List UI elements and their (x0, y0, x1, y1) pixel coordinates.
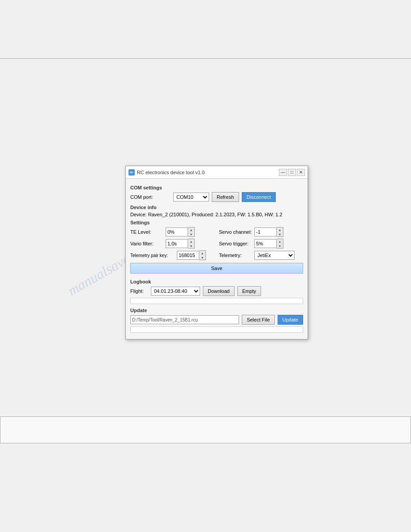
flight-select[interactable]: 04.01.23-08:40 03.01.23-14:20 02.01.23-0… (151, 287, 200, 296)
logbook-progress-bar (130, 298, 303, 304)
te-level-row: TE Level: ▲ ▼ (130, 227, 214, 237)
refresh-button[interactable]: Refresh (212, 192, 239, 202)
app-icon: RC (128, 169, 135, 176)
vario-filter-spinner: ▲ ▼ (188, 239, 195, 249)
settings-grid: TE Level: ▲ ▼ Servo channel: ▲ ▼ (130, 227, 303, 260)
settings-section-label: Settings (130, 220, 303, 225)
update-row: Select File Update (130, 315, 303, 325)
update-file-path[interactable] (130, 315, 239, 324)
com-settings-section-label: COM settings (130, 185, 303, 190)
title-bar-left: RC RC electronics device tool v1.0 (128, 169, 205, 176)
device-info-section-label: Device info (130, 205, 303, 210)
te-level-input-group: ▲ ▼ (166, 227, 195, 237)
update-section-label: Update (130, 308, 303, 313)
vario-filter-input[interactable] (166, 239, 188, 248)
title-bar: RC RC electronics device tool v1.0 — □ ✕ (126, 166, 308, 179)
download-button[interactable]: Download (203, 286, 235, 296)
com-port-select[interactable]: COM10 (173, 193, 209, 202)
servo-trigger-row: Servo trigger: ▲ ▼ (219, 239, 303, 249)
vario-filter-input-group: ▲ ▼ (166, 239, 195, 249)
telemetry-pair-spinner: ▲ ▼ (199, 250, 206, 260)
logbook-section-label: Logbook (130, 279, 303, 284)
servo-channel-input[interactable] (254, 227, 277, 236)
telemetry-select[interactable]: JetiEx Futaba Spektrum None (254, 251, 295, 260)
top-divider (0, 58, 411, 59)
save-button[interactable]: Save (130, 263, 303, 274)
telemetry-row: Telemetry: JetiEx Futaba Spektrum None (219, 250, 303, 260)
servo-trigger-label: Servo trigger: (219, 241, 253, 246)
telemetry-pair-input[interactable] (177, 251, 199, 260)
servo-trigger-input[interactable] (254, 239, 277, 248)
telemetry-pair-label: Telemetry pair key: (130, 253, 175, 258)
logbook-row: Flight: 04.01.23-08:40 03.01.23-14:20 02… (130, 286, 303, 296)
servo-channel-row: Servo channel: ▲ ▼ (219, 227, 303, 237)
maximize-button[interactable]: □ (288, 169, 296, 176)
servo-channel-down[interactable]: ▼ (277, 232, 283, 236)
te-level-up[interactable]: ▲ (188, 227, 194, 232)
te-level-spinner: ▲ ▼ (188, 227, 195, 237)
vario-filter-row: Vario filter: ▲ ▼ (130, 239, 214, 249)
app-window: RC RC electronics device tool v1.0 — □ ✕… (125, 166, 308, 339)
telemetry-label: Telemetry: (219, 253, 253, 258)
te-level-input[interactable] (166, 227, 188, 236)
servo-trigger-down[interactable]: ▼ (277, 244, 283, 248)
flight-label: Flight: (130, 288, 148, 294)
window-title: RC electronics device tool v1.0 (137, 170, 205, 175)
window-content: COM settings COM port: COM10 Refresh Dis… (126, 179, 308, 339)
servo-trigger-spinner: ▲ ▼ (277, 239, 283, 249)
com-port-row: COM port: COM10 Refresh Disconnect (130, 192, 303, 202)
device-info-text: Device: Raven_2 (210001), Produced: 2.1.… (130, 212, 303, 217)
servo-channel-label: Servo channel: (219, 229, 253, 235)
footer-box (0, 416, 411, 443)
close-button[interactable]: ✕ (297, 169, 305, 176)
telemetry-pair-down[interactable]: ▼ (199, 255, 206, 260)
vario-filter-label: Vario filter: (130, 241, 164, 246)
select-file-button[interactable]: Select File (242, 315, 274, 325)
servo-channel-spinner: ▲ ▼ (277, 227, 283, 237)
title-bar-controls: — □ ✕ (279, 169, 305, 176)
vario-filter-down[interactable]: ▼ (188, 244, 194, 248)
servo-trigger-up[interactable]: ▲ (277, 239, 283, 244)
update-progress-bar (130, 326, 303, 333)
servo-channel-input-group: ▲ ▼ (254, 227, 283, 237)
disconnect-button[interactable]: Disconnect (242, 192, 276, 202)
te-level-down[interactable]: ▼ (188, 232, 194, 236)
empty-button[interactable]: Empty (237, 286, 261, 296)
update-button[interactable]: Update (278, 315, 303, 325)
servo-trigger-input-group: ▲ ▼ (254, 239, 283, 249)
minimize-button[interactable]: — (279, 169, 287, 176)
com-port-label: COM port: (130, 194, 171, 200)
vario-filter-up[interactable]: ▲ (188, 239, 194, 244)
telemetry-pair-row: Telemetry pair key: ▲ ▼ (130, 250, 214, 260)
telemetry-pair-up[interactable]: ▲ (199, 251, 206, 255)
servo-channel-up[interactable]: ▲ (277, 227, 283, 232)
telemetry-pair-input-group: ▲ ▼ (177, 250, 206, 260)
te-level-label: TE Level: (130, 229, 164, 235)
